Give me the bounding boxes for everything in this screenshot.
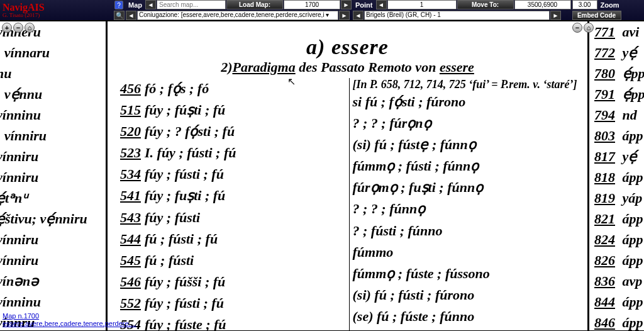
prev-point-icon[interactable]: ◄: [376, 0, 387, 9]
search-icon[interactable]: 🔍: [114, 11, 125, 20]
left-panel-line: ; vínniru: [0, 125, 106, 146]
left-panel-line: ; vẹ́nnu: [0, 84, 106, 104]
right-panel-line: 844 ápp: [589, 291, 644, 312]
zoom-home-button-2[interactable]: ⌂: [584, 23, 594, 33]
data-row: 546fúy ; fúšši ; fú: [120, 271, 346, 293]
prev-desc-icon[interactable]: ◄: [126, 11, 136, 20]
data-row: 554fúy ; fúste ; fú: [120, 314, 346, 331]
left-panel-line: vínniru: [0, 167, 106, 188]
column-right: [In P. 658, 712, 714, 725 ‘fui’ = P.rem.…: [349, 78, 582, 330]
map-link-desc[interactable]: essere,avere,bere,cadere,tenere,perdere,…: [3, 320, 136, 327]
left-panel-line: vínniru: [0, 146, 106, 167]
map-link-overlay: Map n.1700 essere,avere,bere,cadere,tene…: [3, 312, 136, 327]
data-row: 543fúy ; fústi: [120, 207, 346, 228]
right-panel-line: 803 ápp: [589, 125, 644, 146]
data-row: 545fú ; fústi: [120, 250, 346, 271]
map-viewport[interactable]: + − ⌂ − ⌂ vínneru; vínnarunu; vẹ́nnuvínn…: [0, 21, 644, 331]
zoom-controls-right: − ⌂: [572, 23, 594, 33]
right-panel-line: 824 ápp: [589, 229, 644, 250]
right-panel: 771 avi772 yẹ́780 ẹ́pp791 ẹ́pp794 nd803 …: [588, 21, 644, 331]
next-desc-icon[interactable]: ►: [339, 11, 350, 20]
data-row: (se) fú ; fúste ; fúnno: [353, 306, 579, 327]
right-panel-line: 826 ápp: [589, 250, 644, 271]
data-row: ? ; fústi ; fúnno: [353, 220, 579, 242]
prev-map-icon[interactable]: ◄: [145, 0, 156, 9]
page-subtitle: 2)Paradigma des Passato Remoto von esser…: [108, 59, 587, 76]
left-panel-line: ; vínnaru: [0, 42, 106, 63]
logo: NavigAIS G. Tisato (2017): [0, 0, 113, 20]
zoom-out-button[interactable]: −: [13, 23, 23, 33]
zoom-out-button-2[interactable]: −: [572, 23, 582, 33]
data-row: si fú ; fọ́sti ; fúrono: [353, 91, 579, 113]
data-row: fúmmọ ; fústi ; fúnnọ: [353, 155, 579, 177]
right-panel-line: 771 avi: [589, 21, 644, 42]
point-input[interactable]: [387, 0, 457, 9]
right-panel-line: 846 ápp: [589, 312, 644, 331]
data-row: 544fú ; fústi ; fú: [120, 228, 346, 250]
left-panel-line: vínənə: [0, 271, 106, 291]
note-top: [In P. 658, 712, 714, 725 ‘fui’ = P.rem.…: [353, 78, 579, 91]
search-map-input[interactable]: [157, 0, 226, 9]
map-link-title[interactable]: Map n.1700: [3, 312, 39, 320]
center-panel: a) essere 2)Paradigma des Passato Remoto…: [107, 21, 588, 331]
right-panel-line: 821 ápp: [589, 208, 644, 229]
right-panel-line: 791 ẹ́pp: [589, 84, 644, 104]
data-row: fúrọmọ ; fuṣti ; fúnnọ: [353, 177, 579, 198]
next-map-icon[interactable]: ►: [341, 0, 352, 9]
logo-title: NavigAIS: [3, 3, 111, 13]
data-row: (si) fú ; fústi ; fúrono: [353, 284, 579, 306]
data-row: 534fúy ; fústi ; fú: [120, 164, 346, 185]
right-panel-line: 836 avp: [589, 271, 644, 291]
data-row: fúmmọ ; fúste ; fússono: [353, 263, 579, 284]
data-row: 541fúy ; fuṣti ; fú: [120, 185, 346, 206]
left-panel-line: vínniru: [0, 250, 106, 271]
zoom-controls-left: + − ⌂: [2, 23, 35, 33]
map-label: Map: [126, 1, 145, 9]
right-panel-line: 772 yẹ́: [589, 42, 644, 63]
left-panel-line: nu: [0, 63, 106, 84]
embed-code-button[interactable]: Embed Code: [572, 11, 621, 20]
data-row: 552fúy ; fústi ; fú: [120, 293, 346, 314]
data-row: (si) fú ; fústẹ ; fúnnọ: [353, 134, 579, 155]
zoom-home-button[interactable]: ⌂: [25, 23, 35, 33]
right-panel-line: 817 yẹ́: [589, 146, 644, 167]
data-columns: 456fó ; fǫ́s ; fó515fúy ; fúṣti ; fú520f…: [117, 78, 581, 330]
load-map-button[interactable]: Load Map:: [226, 0, 283, 9]
location-select[interactable]: Brigels (Breil) (GR, CH) - 1: [364, 11, 550, 20]
left-panel-line: ẹ́štivu; vẹ́nniru: [0, 208, 106, 229]
move-to-button[interactable]: Move To:: [457, 0, 514, 9]
next-loc-icon[interactable]: ►: [550, 11, 561, 20]
left-panel-line: vínniru: [0, 229, 106, 250]
data-row: 515fúy ; fúṣti ; fú: [120, 99, 346, 121]
logo-subtitle: G. Tisato (2017): [3, 13, 111, 18]
zoom-label: Zoom: [598, 1, 622, 9]
left-panel-line: ẹ́tᵃnᵘ: [0, 188, 106, 208]
right-panel-line: 780 ẹ́pp: [589, 63, 644, 84]
coords-input[interactable]: [514, 0, 571, 9]
data-row: ? ; ? ; fúrọnọ: [353, 113, 579, 134]
right-panel-line: 819 yáp: [589, 188, 644, 208]
left-panel-line: vínninu: [0, 104, 106, 125]
column-left: 456fó ; fǫ́s ; fó515fúy ; fúṣti ; fú520f…: [117, 78, 349, 330]
point-label: Point: [353, 1, 375, 9]
zoom-in-button[interactable]: +: [2, 23, 12, 33]
page-title: a) essere: [108, 35, 587, 59]
data-row: fúmmo: [353, 242, 579, 263]
data-row: ? ; ? ; fúnnọ: [353, 198, 579, 220]
left-panel-line: vínninu: [0, 291, 106, 312]
prev-loc-icon[interactable]: ◄: [353, 11, 364, 20]
title-block: a) essere 2)Paradigma des Passato Remoto…: [108, 35, 587, 76]
left-panel: vínneru; vínnarunu; vẹ́nnuvínninu; vínni…: [0, 21, 107, 331]
data-row: 523I. fúy ; fústi ; fú: [120, 142, 346, 164]
right-panel-line: 818 ápp: [589, 167, 644, 188]
data-row: 520fúy ; ? fọ́sti ; fú: [120, 121, 346, 142]
top-toolbar: NavigAIS G. Tisato (2017) ? 🔍 Map ◄ Load…: [0, 0, 644, 21]
map-desc-select[interactable]: Coniugazione: [essere,avere,bere,cadere,…: [137, 11, 338, 20]
data-row: 456fó ; fǫ́s ; fó: [120, 78, 346, 99]
help-icon[interactable]: ?: [114, 1, 123, 9]
zoom-input[interactable]: [572, 0, 597, 9]
map-number-input[interactable]: [284, 0, 340, 9]
right-panel-line: 794 nd: [589, 104, 644, 125]
